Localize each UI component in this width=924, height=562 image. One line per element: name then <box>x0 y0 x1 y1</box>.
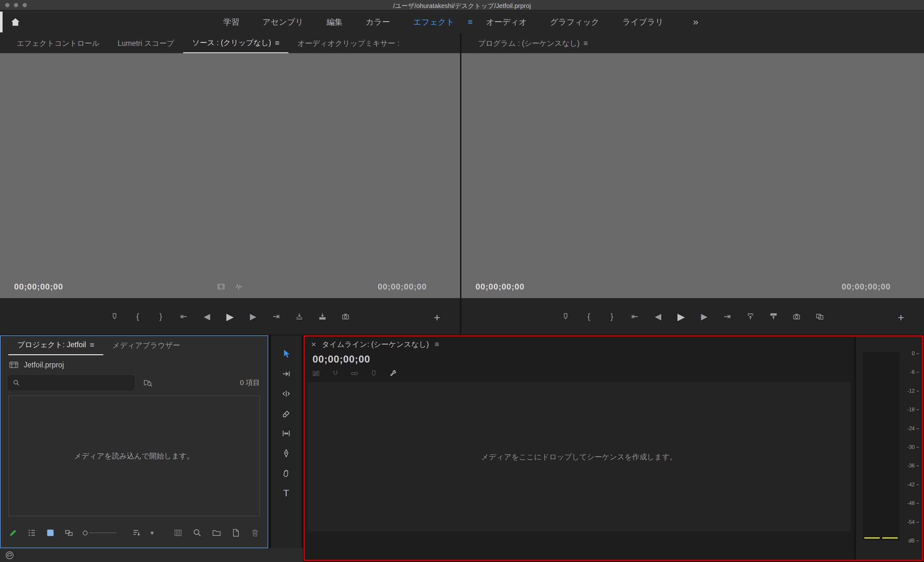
slip-tool[interactable] <box>279 426 294 441</box>
meter-tick: dB <box>908 538 919 544</box>
mark-in-button[interactable]: { <box>583 311 594 322</box>
zoom-slider[interactable] <box>83 531 117 535</box>
workspace-tab-libraries[interactable]: ライブラリ <box>611 16 675 27</box>
close-panel-icon[interactable]: × <box>311 339 316 350</box>
timeline-toolbar <box>305 367 854 380</box>
drag-video-only-icon[interactable] <box>216 282 226 291</box>
go-to-out-button[interactable]: ⇥ <box>722 311 733 322</box>
new-search-bin-icon[interactable] <box>143 378 153 388</box>
timeline-timecode[interactable]: 00;00;00;00 <box>305 352 854 367</box>
search-icon <box>12 379 20 387</box>
linked-selection-icon[interactable] <box>350 369 359 378</box>
play-button[interactable]: ▶ <box>676 311 687 322</box>
pen-tool[interactable] <box>279 445 294 461</box>
project-empty-message: メディアを読み込んで開始します。 <box>74 451 194 461</box>
workspace-tab-audio[interactable]: オーディオ <box>474 16 538 27</box>
timeline-display-settings-icon[interactable] <box>389 369 397 378</box>
snap-icon[interactable] <box>331 369 339 378</box>
selection-tool[interactable] <box>279 346 294 362</box>
timeline-drop-zone[interactable]: メディアをここにドロップしてシーケンスを作成します。 <box>308 382 851 532</box>
panel-menu-icon[interactable]: ≡ <box>90 341 94 350</box>
program-duration-timecode: 00;00;00;00 <box>842 282 891 292</box>
workspace-menu-icon[interactable]: ≡ <box>466 17 474 27</box>
play-button[interactable]: ▶ <box>225 311 236 322</box>
insert-button[interactable] <box>294 311 305 322</box>
meter-tick: 0 <box>912 351 919 357</box>
project-file-row[interactable]: Jetfoil.prproj <box>1 357 268 372</box>
workspace-tab-learning[interactable]: 学習 <box>212 16 251 27</box>
overwrite-button[interactable] <box>317 311 328 322</box>
tab-media-browser[interactable]: メディアブラウザー <box>103 335 189 355</box>
workspace-tab-effects[interactable]: エフェクト <box>402 16 466 27</box>
drag-audio-only-icon[interactable] <box>234 282 244 291</box>
tab-program-monitor[interactable]: プログラム : (シーケンスなし) ≡ <box>469 33 597 53</box>
home-button[interactable] <box>8 15 22 29</box>
workspace-tab-graphics[interactable]: グラフィック <box>538 16 611 27</box>
new-item-icon[interactable] <box>231 528 241 538</box>
step-forward-button[interactable]: ▶ <box>248 311 259 322</box>
go-to-out-button[interactable]: ⇥ <box>271 311 282 322</box>
tab-source-monitor[interactable]: ソース : (クリップなし) ≡ <box>183 33 288 53</box>
icon-view-icon[interactable] <box>45 528 55 538</box>
find-icon[interactable] <box>192 528 202 538</box>
search-input[interactable] <box>23 379 130 387</box>
project-search-field[interactable] <box>8 375 134 390</box>
panel-menu-icon[interactable]: ≡ <box>583 39 588 48</box>
workspace-overflow-icon[interactable]: » <box>693 16 699 27</box>
project-toolbar-right <box>173 528 260 538</box>
zoom-slider-track[interactable] <box>89 532 117 533</box>
tab-lumetri-scopes[interactable]: Lumetri スコープ <box>108 33 183 53</box>
go-to-in-button[interactable]: ⇤ <box>630 311 640 322</box>
meter-tick: -6 <box>910 369 919 375</box>
tab-effect-controls[interactable]: エフェクトコントロール <box>8 33 108 53</box>
project-empty-area[interactable]: メディアを読み込んで開始します。 <box>8 396 260 516</box>
tab-project[interactable]: プロジェクト: Jetfoil ≡ <box>8 335 103 355</box>
mark-in-button[interactable]: { <box>132 311 143 322</box>
tab-audio-clip-mixer[interactable]: オーディオクリップミキサー : <box>288 33 408 53</box>
track-select-forward-tool[interactable] <box>279 366 294 381</box>
step-forward-button[interactable]: ▶ <box>699 311 710 322</box>
workspace-tab-assembly[interactable]: アセンブリ <box>251 16 315 27</box>
button-editor-plus[interactable]: + <box>434 311 440 324</box>
step-back-button[interactable]: ◀ <box>652 311 663 322</box>
program-timecode-row: 00;00;00;00 00;00;00;00 <box>461 280 924 294</box>
razor-tool[interactable] <box>279 406 294 421</box>
hand-tool[interactable] <box>279 465 294 481</box>
extract-button[interactable] <box>768 311 779 322</box>
freeform-view-icon[interactable] <box>64 528 74 538</box>
add-marker-button[interactable] <box>560 311 571 322</box>
mark-out-button[interactable]: } <box>606 311 617 322</box>
automate-to-sequence-icon[interactable] <box>173 528 183 538</box>
sort-icons-icon[interactable] <box>132 528 141 538</box>
export-frame-button[interactable] <box>340 311 351 322</box>
timeline-tab-label[interactable]: タイムライン: (シーケンスなし) <box>322 339 429 350</box>
panel-menu-icon[interactable]: ≡ <box>435 340 439 349</box>
workspace-tab-color[interactable]: カラー <box>354 16 402 27</box>
mark-out-button[interactable]: } <box>155 311 166 322</box>
insert-as-nest-icon[interactable] <box>312 369 320 378</box>
lift-button[interactable] <box>745 311 756 322</box>
ripple-edit-tool[interactable] <box>279 386 294 401</box>
clear-trash-icon[interactable] <box>250 528 260 538</box>
timeline-panel[interactable]: × タイムライン: (シーケンスなし) ≡ 00;00;00;00 <box>305 336 854 560</box>
new-bin-icon[interactable] <box>212 528 221 538</box>
audio-meters-panel[interactable]: 0 -6 -12 -18 -24 -30 -36 -42 -48 -54 dB <box>854 336 922 560</box>
zoom-slider-handle[interactable] <box>83 531 88 535</box>
comparison-view-button[interactable] <box>814 311 825 322</box>
workspace-tab-editing[interactable]: 編集 <box>315 16 354 27</box>
timeline-header: × タイムライン: (シーケンスなし) ≡ <box>305 336 854 352</box>
button-editor-plus[interactable]: + <box>898 311 904 324</box>
panel-grip <box>0 12 3 32</box>
add-marker-button[interactable] <box>109 311 120 322</box>
type-tool[interactable]: T <box>279 485 294 501</box>
project-writable-icon[interactable] <box>8 528 18 538</box>
creative-cloud-icon[interactable] <box>5 551 14 560</box>
list-view-icon[interactable] <box>27 528 37 538</box>
step-back-button[interactable]: ◀ <box>201 311 212 322</box>
meter-tick: -30 <box>908 444 919 450</box>
export-frame-button[interactable] <box>791 311 802 322</box>
chevron-down-icon[interactable]: ▾ <box>150 529 154 537</box>
add-marker-icon[interactable] <box>370 369 378 378</box>
go-to-in-button[interactable]: ⇤ <box>178 311 189 322</box>
panel-menu-icon[interactable]: ≡ <box>275 39 279 48</box>
